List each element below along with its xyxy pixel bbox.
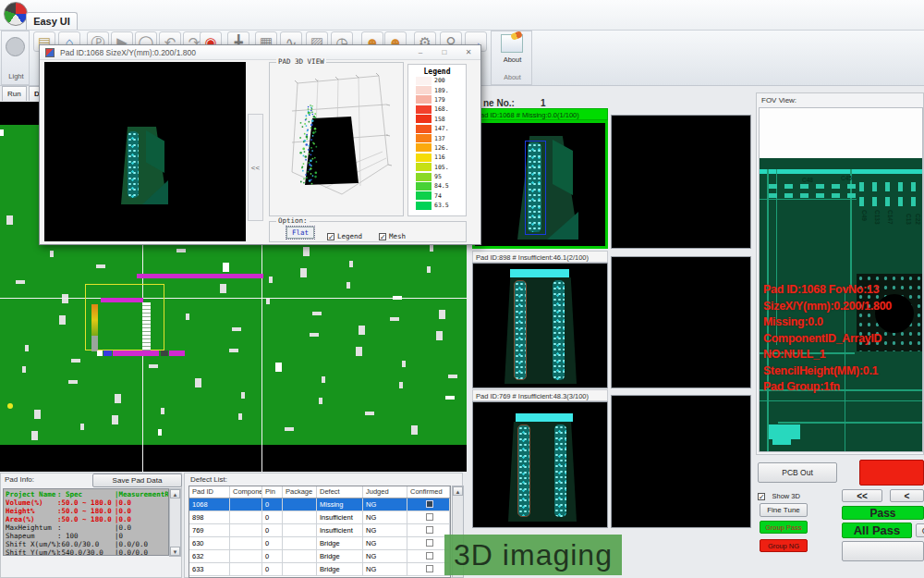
- confirmed-checkbox[interactable]: [426, 552, 433, 560]
- defect-cell: [283, 563, 317, 575]
- thumbnail-header-3[interactable]: Pad ID:769 # Insufficient:48.3(3/100): [472, 389, 608, 401]
- pcb-pad: [115, 394, 121, 403]
- maximize-icon[interactable]: □: [436, 47, 453, 58]
- legend-checkbox[interactable]: ✓: [327, 233, 334, 240]
- fov-image-box[interactable]: C45C48C49C133C147C13C22 Pad ID:1068 FovN…: [759, 107, 923, 452]
- all-pass-button[interactable]: All Pass: [842, 523, 912, 538]
- defect-cell: 1068: [189, 498, 230, 510]
- defect-cell: 0: [262, 563, 283, 575]
- dialog-icon: [45, 48, 55, 57]
- defect-col-4[interactable]: Defect: [317, 486, 363, 498]
- defect-col-0[interactable]: Pad ID: [189, 486, 230, 498]
- defect-col-2[interactable]: Pin: [262, 486, 283, 498]
- scroll-down-icon[interactable]: ▼: [170, 547, 180, 556]
- lane-no-value: 1: [541, 98, 546, 108]
- pcb-pad: [427, 266, 431, 273]
- defect-row[interactable]: 7690InsufficientNG: [189, 524, 450, 537]
- scroll-up-icon[interactable]: ▲: [170, 489, 180, 498]
- thumbnail-image-4[interactable]: [611, 256, 751, 388]
- thumbnail-image-1[interactable]: [472, 120, 608, 249]
- confirmed-checkbox[interactable]: [426, 526, 433, 534]
- thumbnail-image-5[interactable]: [472, 401, 608, 528]
- map-seg-dark: [161, 350, 168, 356]
- collapse-button[interactable]: <<: [248, 114, 263, 221]
- pcb-pad: [266, 298, 270, 304]
- defect-row[interactable]: 6320BridgeNG: [189, 550, 450, 563]
- blank-button[interactable]: [842, 541, 924, 561]
- about-icon[interactable]: [501, 34, 523, 53]
- thumbnail-header-1[interactable]: Pad ID:1068 # Missing:0.0(1/100): [472, 108, 608, 120]
- app-tab[interactable]: Easy UI: [26, 12, 78, 30]
- thumbnail-image-3[interactable]: [472, 263, 608, 388]
- pad-info-row: Height%:50.0 ~ 180.0|0.0: [6, 507, 168, 515]
- defect-cell: NG: [363, 498, 407, 510]
- mesh-checkbox[interactable]: ✓: [379, 233, 386, 240]
- group-ng-button[interactable]: Group NG: [760, 539, 808, 552]
- fov-overlay-line: NO:NULL_1: [763, 347, 892, 363]
- thumbnail-image-2[interactable]: [611, 115, 751, 249]
- fov-pad: [832, 193, 840, 198]
- fov-overlay-line: SizeX/Y(mm):0.200/1.800: [763, 299, 892, 315]
- confirmed-checkbox[interactable]: [426, 500, 433, 508]
- pcb-pad: [238, 413, 242, 420]
- pcb-pad: [50, 251, 54, 257]
- save-pad-data-button[interactable]: Save Pad Data: [92, 473, 182, 487]
- fov-overlay-line: Pad Group:1fn: [763, 379, 892, 396]
- pad-2d-image[interactable]: [44, 62, 246, 241]
- flat-button[interactable]: Flat: [286, 227, 314, 239]
- pad-3d-plot[interactable]: [270, 63, 403, 211]
- back-all-button[interactable]: <<: [842, 489, 882, 502]
- about-button[interactable]: About: [492, 55, 533, 64]
- show-3d-row: ✓ Show 3D: [758, 487, 800, 504]
- thumbnail-image-6[interactable]: [611, 395, 751, 528]
- pad-info-scrollbar[interactable]: ▲ ▼: [169, 488, 181, 557]
- app-window: Easy UI ▤⌂Ⓟ▶◯↶↷◉╋▦∿▨◷☻☻☻⚙⚲→ Light About …: [0, 0, 924, 578]
- confirmed-checkbox[interactable]: [426, 513, 433, 521]
- caption-3d-imaging: 3D imaging: [444, 535, 622, 575]
- pad-info-label: Pad Info:: [5, 475, 34, 484]
- fine-tune-button[interactable]: Fine Tune: [760, 503, 808, 517]
- defect-col-5[interactable]: Judged: [363, 486, 407, 498]
- fov-component-label: C48: [802, 177, 813, 183]
- fov-pad: [911, 197, 916, 206]
- tab-run[interactable]: Run: [2, 86, 27, 101]
- defect-cell: [230, 511, 262, 523]
- clipped-edge-button[interactable]: C: [916, 523, 924, 537]
- confirmed-checkbox[interactable]: [426, 539, 433, 547]
- pass-button[interactable]: Pass: [842, 506, 924, 520]
- pcb-pad: [25, 345, 29, 351]
- defect-row[interactable]: 10680MissingNG: [189, 498, 450, 511]
- dialog-titlebar[interactable]: Pad ID:1068 SizeX/Y(mm):0.200/1.800 – □ …: [40, 45, 480, 60]
- pcb-pad: [303, 247, 310, 256]
- light-group: Light: [1, 31, 30, 85]
- legend-swatch: [416, 95, 432, 104]
- legend-swatch: [416, 182, 432, 191]
- fov-overlay-text: Pad ID:1068 FovNo:13SizeX/Y(mm):0.200/1.…: [763, 282, 892, 396]
- defect-cell: NG: [363, 563, 407, 575]
- light-button[interactable]: [6, 37, 25, 56]
- pcb-out-button[interactable]: PCB Out: [758, 462, 837, 483]
- minimize-icon[interactable]: –: [412, 47, 429, 58]
- legend-value: 168.: [434, 105, 449, 113]
- pcb-pad: [59, 315, 66, 325]
- scroll-up-icon[interactable]: ▲: [453, 486, 463, 496]
- close-icon[interactable]: ✕: [460, 47, 477, 58]
- show-3d-checkbox[interactable]: ✓: [758, 493, 765, 500]
- defect-col-6[interactable]: Confirmed: [407, 486, 450, 498]
- defect-row[interactable]: 6300BridgeNG: [189, 537, 450, 550]
- thumbnail-header-2[interactable]: Pad ID:898 # Insufficient:46.1(2/100): [472, 251, 608, 263]
- defect-col-1[interactable]: Componen: [230, 486, 262, 498]
- confirmed-checkbox[interactable]: [426, 565, 433, 572]
- status-red-button[interactable]: [859, 460, 924, 486]
- defect-row[interactable]: 8980InsufficientNG: [189, 511, 450, 524]
- defect-col-3[interactable]: Package: [283, 486, 317, 498]
- legend-value: 105.: [434, 164, 449, 171]
- pcb-pad: [16, 280, 25, 284]
- fov-component-label: C45: [841, 175, 852, 181]
- defect-row[interactable]: 6330BridgeNG: [189, 563, 450, 576]
- defect-cell: [230, 563, 262, 575]
- pcb-pad: [34, 410, 41, 419]
- back-one-button[interactable]: <: [890, 489, 924, 502]
- group-pass-button[interactable]: Group Pass: [760, 521, 808, 534]
- defect-cell: NG: [363, 550, 407, 562]
